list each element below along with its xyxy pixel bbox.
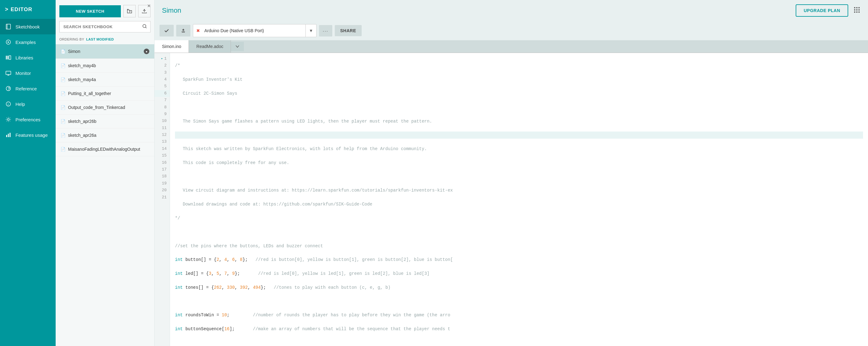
svg-point-13 <box>7 118 9 120</box>
line-number: 3 <box>155 69 170 76</box>
svg-text:?: ? <box>8 87 10 91</box>
line-number: 6 <box>155 90 170 97</box>
sidebar-monitor-label: Monitor <box>16 70 31 76</box>
code-content[interactable]: /* SparkFun Inventor's Kit Circuit 2C-Si… <box>170 53 868 346</box>
svg-rect-4 <box>7 56 8 59</box>
code-line: int button[] = {2, 4, 6, 8}; //red is bu… <box>175 256 863 263</box>
svg-rect-22 <box>854 9 855 10</box>
sidebar-item-help[interactable]: i Help <box>0 96 56 112</box>
share-button[interactable]: SHARE <box>335 25 362 36</box>
svg-rect-26 <box>856 11 858 13</box>
svg-rect-21 <box>859 7 860 8</box>
code-line: This code is completely free for any use… <box>175 160 863 166</box>
code-line: int tones[] = {262, 330, 392, 494}; //to… <box>175 284 863 291</box>
board-selector[interactable]: ✖ Arduino Due (Native USB Port) ▼ <box>193 24 316 37</box>
sidebar-item-sketchbook[interactable]: Sketchbook <box>0 19 56 34</box>
sketch-badge: ● <box>144 49 149 54</box>
verify-button[interactable] <box>159 25 174 36</box>
sketch-item-may4a[interactable]: 📄 sketch_may4a <box>56 73 154 87</box>
code-line: /* <box>175 62 863 69</box>
close-icon[interactable]: × <box>147 3 151 9</box>
svg-rect-19 <box>854 7 855 8</box>
sidebar-features-label: Features usage <box>16 133 48 138</box>
sketch-item-apr26b[interactable]: 📄 sketch_apr26b <box>56 115 154 128</box>
app-title: Simon <box>162 6 181 15</box>
reference-icon: ? <box>5 85 12 92</box>
folder-open-button[interactable] <box>123 5 136 17</box>
top-bar: Simon UPGRADE PLAN <box>155 0 868 21</box>
sidebar-item-libraries[interactable]: Libraries <box>0 50 56 65</box>
code-line: int roundsToWin = 10; //number of rounds… <box>175 312 863 318</box>
line-number: 4 <box>155 76 170 83</box>
sidebar-item-examples[interactable]: Examples <box>0 34 56 50</box>
line-number: 17 <box>155 166 170 173</box>
code-line: //set the pins where the buttons, LEDs a… <box>175 242 863 250</box>
upload-button[interactable] <box>176 25 190 36</box>
code-line <box>175 298 863 305</box>
sketch-name: sketch_may4b <box>68 63 149 68</box>
line-number: 11 <box>155 125 170 132</box>
tab-more-button[interactable] <box>231 42 244 51</box>
sketch-item-may4b[interactable]: 📄 sketch_may4b <box>56 59 154 73</box>
sketch-item-simon[interactable]: 📄 Simon ● <box>56 44 154 59</box>
line-number: 18 <box>155 173 170 180</box>
line-number: 20 <box>155 187 170 194</box>
search-button[interactable] <box>139 21 150 32</box>
sidebar-item-preferences[interactable]: Preferences <box>0 112 56 127</box>
code-editor[interactable]: ▸1 2 3 4 5 6 7 8 9 10 11 12 13 14 15 16 … <box>155 53 868 346</box>
line-number: 15 <box>155 152 170 159</box>
preferences-icon <box>5 116 12 123</box>
svg-rect-5 <box>9 56 11 59</box>
tab-readme-adoc[interactable]: ReadMe.adoc <box>189 40 231 53</box>
code-line: Circuit 2C-Simon Says <box>175 90 863 97</box>
line-number: 7 <box>155 97 170 104</box>
tab-simon-ino[interactable]: Simon.ino <box>155 40 189 53</box>
sketch-item-apr26a[interactable]: 📄 sketch_apr26a <box>56 128 154 142</box>
search-input[interactable] <box>60 21 139 32</box>
svg-rect-0 <box>6 24 10 29</box>
grid-icon[interactable] <box>853 6 861 15</box>
more-options-button[interactable]: ··· <box>319 25 332 36</box>
ordering-value[interactable]: LAST MODIFIED <box>86 37 114 41</box>
line-number: 10 <box>155 118 170 125</box>
svg-rect-24 <box>859 9 860 10</box>
board-dropdown-arrow[interactable]: ▼ <box>305 24 316 37</box>
sketch-item-tinkercad[interactable]: 📄 Output_code_from_Tinkercad <box>56 100 154 115</box>
sketch-item-maisano[interactable]: 📄 MaisanoFadingLEDwithAnalogOutput <box>56 142 154 156</box>
sketchbook-panel: × NEW SKETCH ORDERING BY LAST <box>56 0 155 346</box>
upgrade-plan-button[interactable]: UPGRADE PLAN <box>796 4 848 17</box>
sidebar-item-features-usage[interactable]: Features usage <box>0 127 56 143</box>
monitor-icon <box>5 69 12 77</box>
code-line <box>175 104 863 111</box>
file-icon: 📄 <box>61 49 65 54</box>
sketch-name: Output_code_from_Tinkercad <box>68 105 149 110</box>
line-number: 14 <box>155 145 170 152</box>
line-number: 9 <box>155 111 170 118</box>
editor-container: Simon.ino ReadMe.adoc ▸1 2 3 4 5 6 7 8 <box>155 40 868 346</box>
sketch-item-putting[interactable]: 📄 Putting_it_all_together <box>56 87 154 100</box>
sketch-name: Simon <box>68 49 141 54</box>
code-line: This sketch was written by SparkFun Elec… <box>175 145 863 152</box>
code-line <box>175 173 863 180</box>
help-icon: i <box>5 100 12 107</box>
sketch-name: sketch_apr26a <box>68 133 149 138</box>
code-line: View circuit diagram and instructions at… <box>175 187 863 194</box>
sidebar-item-monitor[interactable]: Monitor <box>0 65 56 81</box>
new-sketch-button[interactable]: NEW SKETCH <box>59 5 121 17</box>
sidebar: > EDITOR Sketchbook Examples <box>0 0 56 346</box>
svg-rect-16 <box>9 133 10 137</box>
sketch-name: MaisanoFadingLEDwithAnalogOutput <box>68 147 149 152</box>
line-number: ▸1 <box>155 55 170 62</box>
top-right: UPGRADE PLAN <box>796 4 861 17</box>
file-icon: 📄 <box>61 77 65 82</box>
sketchbook-icon <box>5 23 12 30</box>
code-line: The Simon Says game flashes a pattern us… <box>175 118 863 125</box>
line-number: 16 <box>155 160 170 166</box>
search-container <box>59 21 151 32</box>
file-icon: 📄 <box>61 105 65 110</box>
sidebar-item-reference[interactable]: ? Reference <box>0 81 56 96</box>
code-line: int led[] = {3, 5, 7, 9}; //red is led[0… <box>175 270 863 277</box>
board-name: Arduino Due (Native USB Port) <box>203 28 305 33</box>
editor-label: EDITOR <box>11 6 32 13</box>
sidebar-reference-label: Reference <box>16 86 37 91</box>
